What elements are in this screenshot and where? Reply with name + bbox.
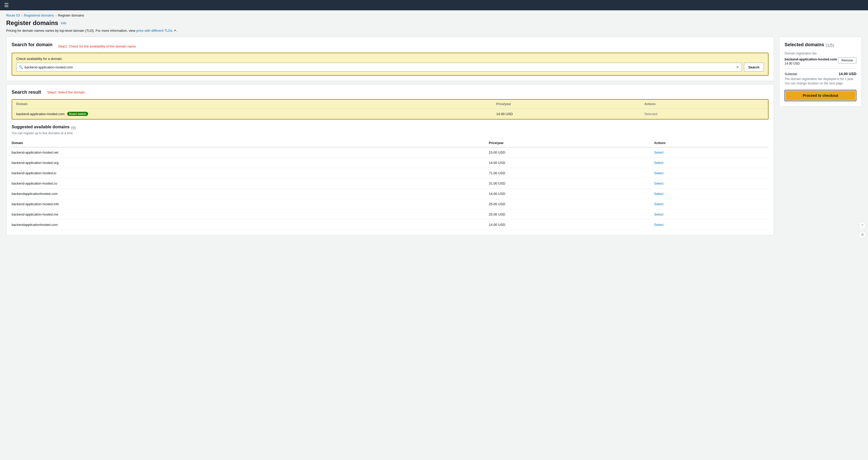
- main-layout: Search for domain Step1: Check for the a…: [0, 37, 868, 241]
- checkout-btn-wrapper: Proceed to checkout: [784, 90, 857, 101]
- domain-action[interactable]: Select: [654, 178, 769, 189]
- domain-row: backend-application-hosted.net 15.00 USD…: [11, 147, 769, 158]
- step1-label: Step1: Check for the availability of the…: [58, 44, 136, 48]
- search-box-label: Check availability for a domain: [16, 57, 764, 61]
- col-price-header: Price/year: [489, 139, 654, 147]
- search-box-wrapper: Check availability for a domain 🔍 ✕ Sear…: [11, 53, 769, 76]
- breadcrumb-sep-2: ›: [55, 14, 56, 17]
- domain-row: backend-application-hosted.me 25.00 USD …: [11, 209, 769, 220]
- selected-domain-price: 14.00 USD: [784, 62, 837, 65]
- domain-action[interactable]: Select: [654, 147, 769, 158]
- subtotal-row: Subtotal: 14.00 USD: [784, 72, 857, 76]
- domain-row: backend-application-hosted.io 71.00 USD …: [11, 168, 769, 178]
- search-icon: 🔍: [19, 65, 23, 69]
- domain-price: 14.00 USD: [489, 220, 654, 230]
- domain-name: backend-application-hosted.me: [11, 209, 489, 220]
- exact-match-action: Selected: [640, 109, 768, 119]
- select-link-5[interactable]: Select: [654, 202, 663, 206]
- page-description: Pricing for domain names varies by top-l…: [0, 29, 868, 37]
- sidebar-icons: ? ⚙: [857, 220, 868, 240]
- domain-price: 14.00 USD: [489, 189, 654, 199]
- breadcrumb: Route 53 › Registered domains › Register…: [0, 10, 868, 18]
- exact-match-price: 14.00 USD: [492, 109, 640, 119]
- domain-row: backend-application-hosted.co 31.00 USD …: [11, 178, 769, 189]
- domain-row: backend-application-hosted.info 25.00 US…: [11, 199, 769, 209]
- select-link-3[interactable]: Select: [654, 182, 663, 185]
- exact-match-badge: Exact match: [67, 112, 88, 116]
- domain-row: backendapplicationhosted.com 14.00 USD S…: [11, 220, 769, 230]
- reg-fee-label: Domain registration fee: [784, 52, 857, 55]
- domain-action[interactable]: Select: [654, 158, 769, 168]
- domain-action[interactable]: Select: [654, 209, 769, 220]
- help-icon-btn[interactable]: ?: [859, 222, 866, 229]
- search-input-container: 🔍 ✕: [16, 63, 742, 71]
- info-link[interactable]: Info: [61, 21, 66, 25]
- clear-search-button[interactable]: ✕: [736, 65, 740, 70]
- domain-action[interactable]: Select: [654, 189, 769, 199]
- select-link-4[interactable]: Select: [654, 192, 663, 196]
- selected-domain-name: backend-application-hosted.com: [784, 57, 837, 61]
- domain-action[interactable]: Select: [654, 220, 769, 230]
- left-panel: Search for domain Step1: Check for the a…: [6, 37, 774, 235]
- exact-match-table: Domain Price/year Actions backend-applic…: [12, 100, 768, 119]
- domain-name: backend-application-hosted.info: [11, 199, 489, 209]
- select-link-1[interactable]: Select: [654, 161, 663, 165]
- right-panel-count: (1/5): [826, 43, 834, 48]
- search-section-title: Search for domain: [11, 42, 53, 47]
- exact-match-domain: backend-application-hosted.com Exact mat…: [12, 109, 492, 119]
- right-panel-title: Selected domains: [784, 42, 824, 47]
- domain-row: backendapplicationhosted.com 14.00 USD S…: [11, 189, 769, 199]
- right-panel: Selected domains (1/5) Domain registrati…: [779, 37, 862, 107]
- results-section: Search result Step2: Select the domain D…: [6, 84, 774, 235]
- hamburger-menu[interactable]: ☰: [4, 2, 9, 8]
- remove-button[interactable]: Remove: [838, 57, 857, 64]
- results-title-row: Search result Step2: Select the domain: [11, 90, 769, 95]
- price-tld-link[interactable]: price with different TLDs: [136, 29, 173, 33]
- exact-match-row: backend-application-hosted.com Exact mat…: [12, 109, 768, 119]
- domain-action[interactable]: Select: [654, 168, 769, 178]
- domains-table: Domain Price/year Actions backend-applic…: [11, 139, 769, 230]
- select-link-2[interactable]: Select: [654, 171, 663, 175]
- suggested-count: (9): [71, 126, 76, 130]
- domain-row: backend-application-hosted.org 14.00 USD…: [11, 158, 769, 168]
- select-link-0[interactable]: Select: [654, 151, 663, 154]
- step2-label: Step2: Select the domain: [47, 90, 85, 94]
- page-title: Register domains: [6, 19, 58, 27]
- col-domain-header: Domain: [11, 139, 489, 147]
- subtotal-label: Subtotal:: [784, 72, 798, 76]
- breadcrumb-current: Register domains: [58, 13, 84, 17]
- search-button[interactable]: Search: [744, 63, 764, 71]
- subtotal-note: The domain registration fee displayed is…: [784, 77, 857, 86]
- breadcrumb-sep-1: ›: [22, 14, 23, 17]
- select-link-6[interactable]: Select: [654, 212, 663, 216]
- suggested-title: Suggested available domains: [11, 125, 69, 129]
- col-price: Price/year: [492, 100, 640, 109]
- search-section: Search for domain Step1: Check for the a…: [6, 37, 774, 81]
- domain-name: backendapplicationhosted.com: [11, 189, 489, 199]
- domain-price: 25.00 USD: [489, 199, 654, 209]
- domain-entry: backend-application-hosted.com 14.00 USD…: [784, 57, 857, 65]
- domain-price: 15.00 USD: [489, 147, 654, 158]
- subtotal-value: 14.00 USD: [839, 72, 857, 76]
- settings-icon-btn[interactable]: ⚙: [859, 231, 866, 238]
- domain-price: 25.00 USD: [489, 209, 654, 220]
- checkout-button[interactable]: Proceed to checkout: [785, 91, 855, 100]
- domain-action[interactable]: Select: [654, 199, 769, 209]
- domain-name: backendapplicationhosted.com: [11, 220, 489, 230]
- domain-name: backend-application-hosted.co: [11, 178, 489, 189]
- page-header: Register domains Info: [0, 18, 868, 29]
- exact-match-table-wrapper: Domain Price/year Actions backend-applic…: [11, 99, 769, 120]
- suggested-subtitle: You can register up to five domains at a…: [11, 131, 769, 135]
- breadcrumb-registered-domains[interactable]: Registered domains: [24, 13, 54, 17]
- divider: [784, 68, 857, 69]
- domain-search-input[interactable]: [25, 65, 736, 69]
- ext-icon: ↗: [173, 29, 176, 33]
- domain-price: 14.00 USD: [489, 158, 654, 168]
- breadcrumb-route53[interactable]: Route 53: [6, 13, 20, 17]
- domain-price: 31.00 USD: [489, 178, 654, 189]
- domain-name: backend-application-hosted.net: [11, 147, 489, 158]
- domain-price: 71.00 USD: [489, 168, 654, 178]
- results-title: Search result: [11, 90, 41, 95]
- domain-name: backend-application-hosted.io: [11, 168, 489, 178]
- select-link-7[interactable]: Select: [654, 223, 663, 227]
